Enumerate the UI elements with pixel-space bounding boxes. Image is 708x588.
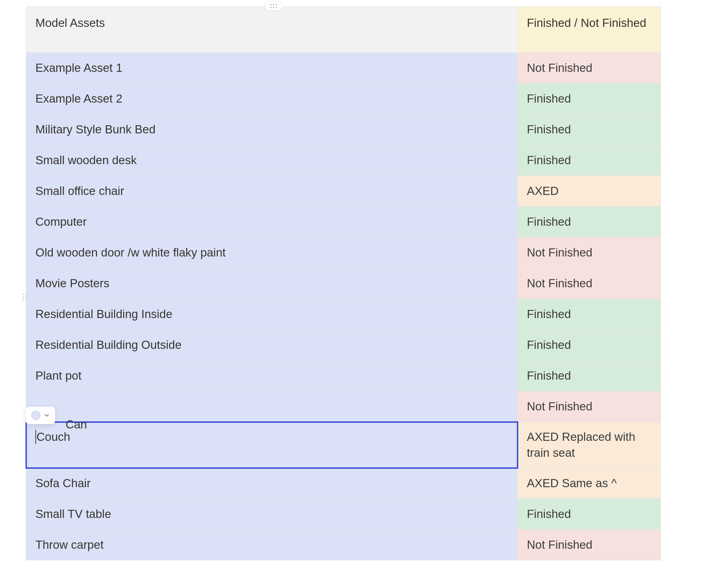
status-cell[interactable]: Finished — [518, 330, 661, 361]
text-caret — [35, 430, 36, 444]
status-cell[interactable]: Finished — [518, 499, 661, 530]
color-swatch[interactable] — [31, 411, 40, 420]
asset-cell[interactable]: Can — [26, 391, 518, 422]
table-row: Residential Building OutsideFinished — [26, 330, 661, 361]
asset-name: Throw carpet — [35, 537, 104, 553]
table-row: Example Asset 1Not Finished — [26, 53, 661, 83]
column-header-label: Finished / Not Finished — [527, 15, 646, 31]
status-cell[interactable]: AXED — [518, 176, 661, 207]
status-text: Finished — [527, 122, 571, 138]
svg-point-6 — [23, 294, 24, 295]
status-cell[interactable]: Not Finished — [518, 53, 661, 83]
status-text: Finished — [527, 91, 571, 107]
column-header-label: Model Assets — [35, 15, 105, 31]
status-text: AXED Same as ^ — [527, 475, 617, 491]
svg-point-3 — [270, 7, 272, 8]
table-row: Small TV tableFinished — [26, 499, 661, 530]
asset-cell[interactable]: Residential Building Inside — [26, 299, 518, 330]
cell-color-popover[interactable] — [25, 407, 55, 424]
column-header-status[interactable]: Finished / Not Finished — [518, 7, 661, 53]
status-cell[interactable]: AXED Replaced with train seat — [518, 422, 661, 468]
drag-dots-icon — [270, 4, 278, 8]
svg-point-8 — [23, 296, 24, 298]
status-text: Not Finished — [527, 276, 592, 292]
asset-cell[interactable]: Example Asset 1 — [26, 53, 518, 83]
asset-cell[interactable]: Old wooden door /w white flaky paint — [26, 237, 518, 268]
status-cell[interactable]: Finished — [518, 207, 661, 237]
status-cell[interactable]: Not Finished — [518, 391, 661, 422]
asset-cell[interactable]: Computer — [26, 207, 518, 237]
svg-point-5 — [276, 7, 277, 8]
status-text: Finished — [527, 214, 571, 230]
chevron-down-icon — [44, 413, 50, 418]
status-cell[interactable]: Not Finished — [518, 237, 661, 268]
status-cell[interactable]: Finished — [518, 83, 661, 114]
table-row: Sofa ChairAXED Same as ^ — [26, 468, 661, 499]
asset-cell[interactable]: Sofa Chair — [26, 468, 518, 499]
asset-name: Residential Building Inside — [35, 306, 172, 322]
column-header-assets[interactable]: Model Assets — [26, 7, 518, 53]
asset-name: Computer — [35, 214, 87, 230]
asset-cell[interactable]: Example Asset 2 — [26, 83, 518, 114]
status-text: Finished — [527, 506, 571, 522]
table-row: ComputerFinished — [26, 207, 661, 237]
table-body: Example Asset 1Not FinishedExample Asset… — [26, 53, 661, 560]
status-text: AXED Replaced with train seat — [527, 429, 651, 461]
truncated-cell-visible-text: Can — [62, 418, 87, 431]
table-row: Residential Building InsideFinished — [26, 299, 661, 330]
table-row: Throw carpetNot Finished — [26, 530, 661, 560]
table-row: Old wooden door /w white flaky paintNot … — [26, 237, 661, 268]
asset-cell[interactable]: Small office chair — [26, 176, 518, 207]
svg-point-4 — [273, 7, 274, 8]
asset-name: Small wooden desk — [35, 152, 137, 168]
asset-name: Couch — [36, 429, 70, 445]
status-text: Not Finished — [527, 399, 592, 415]
status-text: Finished — [527, 306, 571, 322]
asset-cell[interactable]: Couch — [26, 422, 518, 468]
asset-name: Small TV table — [35, 506, 111, 522]
status-text: Finished — [527, 368, 571, 384]
svg-point-2 — [276, 4, 277, 5]
svg-point-7 — [25, 294, 27, 295]
asset-cell[interactable]: Movie Posters — [26, 268, 518, 299]
asset-cell[interactable]: Throw carpet — [26, 530, 518, 560]
asset-name: Old wooden door /w white flaky paint — [35, 245, 225, 261]
status-text: Not Finished — [527, 245, 592, 261]
asset-name: Example Asset 2 — [35, 91, 122, 107]
status-cell[interactable]: Finished — [518, 361, 661, 391]
status-text: Finished — [527, 337, 571, 353]
status-cell[interactable]: AXED Same as ^ — [518, 468, 661, 499]
table-row: CanNot Finished — [26, 391, 661, 422]
asset-name: Small office chair — [35, 183, 124, 199]
status-cell[interactable]: Not Finished — [518, 530, 661, 560]
asset-cell[interactable]: Residential Building Outside — [26, 330, 518, 361]
status-text: AXED — [527, 183, 559, 199]
asset-cell[interactable]: Military Style Bunk Bed — [26, 114, 518, 145]
svg-point-11 — [25, 299, 27, 301]
table-row: Movie PostersNot Finished — [26, 268, 661, 299]
asset-cell[interactable]: Plant pot — [26, 361, 518, 391]
asset-name: Plant pot — [35, 368, 81, 384]
status-cell[interactable]: Finished — [518, 114, 661, 145]
table-row: Small wooden deskFinished — [26, 145, 661, 176]
status-cell[interactable]: Not Finished — [518, 268, 661, 299]
svg-point-9 — [25, 296, 27, 298]
svg-point-1 — [273, 4, 274, 5]
asset-cell[interactable]: Small TV table — [26, 499, 518, 530]
drag-dots-icon — [22, 293, 27, 301]
table-row: Example Asset 2Finished — [26, 83, 661, 114]
status-cell[interactable]: Finished — [518, 145, 661, 176]
asset-name: Residential Building Outside — [35, 337, 182, 353]
asset-name: Example Asset 1 — [35, 60, 122, 76]
status-text: Finished — [527, 152, 571, 168]
row-drag-handle[interactable] — [20, 292, 29, 302]
table-row: Military Style Bunk BedFinished — [26, 114, 661, 145]
asset-name: Movie Posters — [35, 276, 109, 292]
status-text: Not Finished — [527, 537, 592, 553]
assets-table: Model Assets Finished / Not Finished Exa… — [26, 6, 661, 560]
asset-cell[interactable]: Small wooden desk — [26, 145, 518, 176]
block-drag-handle[interactable] — [265, 1, 282, 11]
svg-point-10 — [23, 299, 24, 301]
asset-name: Military Style Bunk Bed — [35, 122, 155, 138]
status-cell[interactable]: Finished — [518, 299, 661, 330]
